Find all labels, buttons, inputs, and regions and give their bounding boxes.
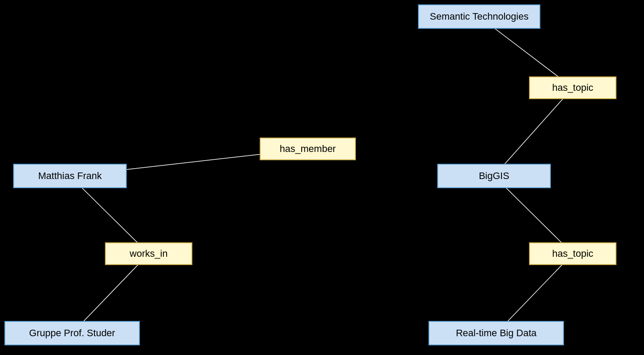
node-label-works_in: works_in [130, 248, 168, 259]
node-label-semantic_technologies: Semantic Technologies [430, 11, 529, 22]
node-has_topic_1[interactable]: has_topic [529, 76, 616, 99]
node-semantic_technologies[interactable]: Semantic Technologies [418, 4, 540, 29]
node-label-realtime_big_data: Real-time Big Data [456, 327, 537, 339]
node-gruppe_prof_studer[interactable]: Gruppe Prof. Studer [4, 321, 140, 345]
node-works_in[interactable]: works_in [105, 242, 192, 265]
node-label-biggis: BigGIS [479, 170, 509, 182]
node-label-has_topic_1: has_topic [552, 82, 593, 93]
node-biggis[interactable]: BigGIS [437, 164, 551, 188]
node-label-has_topic_2: has_topic [552, 248, 593, 259]
node-realtime_big_data[interactable]: Real-time Big Data [428, 321, 564, 345]
node-label-has_member: has_member [280, 143, 336, 155]
node-matthias_frank[interactable]: Matthias Frank [13, 164, 127, 188]
node-has_member[interactable]: has_member [260, 138, 356, 160]
node-has_topic_2[interactable]: has_topic [529, 242, 616, 265]
node-label-gruppe_prof_studer: Gruppe Prof. Studer [29, 327, 115, 339]
connection-line-1 [494, 88, 573, 176]
node-label-matthias_frank: Matthias Frank [38, 170, 102, 182]
